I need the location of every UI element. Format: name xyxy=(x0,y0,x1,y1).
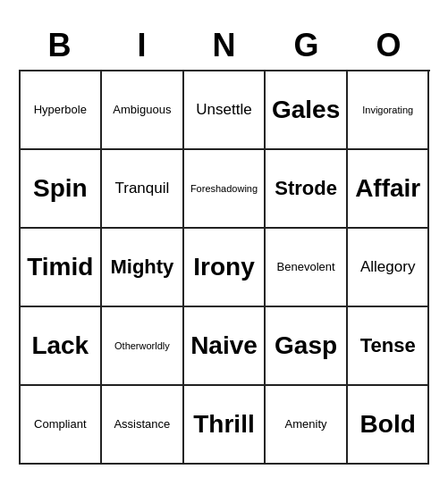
bingo-cell-2: Unsettle xyxy=(184,71,266,150)
bingo-cell-12: Irony xyxy=(184,229,266,307)
bingo-cell-23: Amenity xyxy=(266,386,348,465)
bingo-cell-13: Benevolent xyxy=(266,229,348,307)
bingo-cell-20: Compliant xyxy=(21,386,103,465)
bingo-cell-6: Tranquil xyxy=(102,150,184,229)
header-letter-b: B xyxy=(19,21,101,70)
bingo-cell-10: Timid xyxy=(21,229,103,307)
bingo-cell-14: Allegory xyxy=(348,229,430,307)
bingo-grid: HyperboleAmbiguousUnsettleGalesInvigorat… xyxy=(19,70,430,465)
bingo-cell-7: Foreshadowing xyxy=(184,150,266,229)
bingo-cell-0: Hyperbole xyxy=(21,71,103,150)
bingo-cell-9: Affair xyxy=(348,150,430,229)
header-letter-n: N xyxy=(183,21,266,70)
bingo-cell-4: Invigorating xyxy=(348,71,430,150)
bingo-cell-1: Ambiguous xyxy=(102,71,184,150)
bingo-cell-15: Lack xyxy=(21,307,103,386)
bingo-cell-24: Bold xyxy=(348,386,430,465)
bingo-cell-11: Mighty xyxy=(102,229,184,307)
bingo-cell-17: Naive xyxy=(184,307,266,386)
header-letter-o: O xyxy=(348,21,430,70)
bingo-cell-16: Otherworldly xyxy=(102,307,184,386)
bingo-cell-22: Thrill xyxy=(184,386,266,465)
bingo-cell-3: Gales xyxy=(266,71,348,150)
bingo-card: BINGO HyperboleAmbiguousUnsettleGalesInv… xyxy=(10,13,439,473)
bingo-cell-18: Gasp xyxy=(266,307,348,386)
bingo-cell-5: Spin xyxy=(21,150,103,229)
header-letter-i: I xyxy=(101,21,183,70)
bingo-cell-21: Assistance xyxy=(102,386,184,465)
bingo-cell-19: Tense xyxy=(348,307,430,386)
header-letter-g: G xyxy=(266,21,348,70)
bingo-header: BINGO xyxy=(19,21,430,70)
bingo-cell-8: Strode xyxy=(266,150,348,229)
